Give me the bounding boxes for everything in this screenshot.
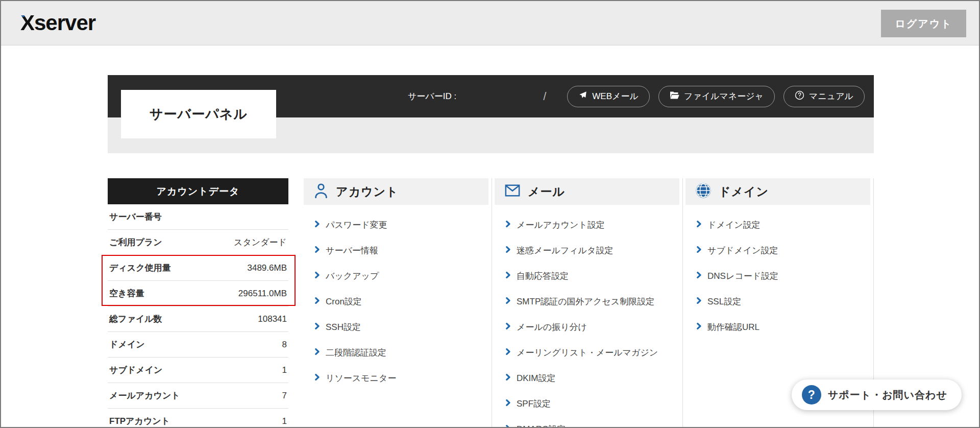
logout-button[interactable]: ログアウト [881,10,966,37]
menu-item[interactable]: 自動応答設定 [495,263,682,289]
menu-item-label: バックアップ [326,270,379,282]
account-data-row-label: ディスク使用量 [109,262,171,274]
account-data-row-value: 7 [282,391,287,401]
chevron-right-icon [506,322,510,332]
xserver-logo-x: X [20,11,34,35]
menu-item[interactable]: サーバー情報 [304,237,492,263]
menu-item-label: SSH設定 [326,321,361,333]
menu-item[interactable]: 動作確認URL [685,314,873,340]
account-data-row-value: 1 [282,365,287,375]
menu-item[interactable]: Cron設定 [304,289,492,314]
server-panel-title-box: サーバーパネル [121,90,276,138]
account-data-row-value: スタンダード [234,236,287,248]
folder-icon [670,91,679,102]
menu-item[interactable]: 二段階認証設定 [304,340,492,365]
account-data-row: サブドメイン 1 [108,358,288,383]
menu-item-label: メールの振り分け [517,321,587,333]
menu-item-label: パスワード変更 [326,219,387,231]
webmail-button-label: WEBメール [592,90,639,102]
server-id-label: サーバーID : [408,90,456,102]
account-data-row-label: メールアカウント [109,390,180,401]
menu-item-label: 自動応答設定 [517,270,569,282]
menu-item[interactable]: DMARC設定 [495,416,682,428]
menu-item-label: DNSレコード設定 [707,270,778,282]
chevron-right-icon [315,347,320,358]
menu-item[interactable]: パスワード変更 [304,212,492,237]
account-data-row-label: サブドメイン [109,364,162,376]
menu-item[interactable]: メーリングリスト・メールマガジン [495,340,682,365]
chevron-right-icon [315,322,320,332]
top-header: Xserver ログアウト [1,1,979,45]
domain-menu-list: ドメイン設定 サブドメイン設定 DNSレコード設定 [685,205,873,340]
menu-item[interactable]: SPF設定 [495,391,682,416]
chevron-right-icon [697,245,701,255]
chevron-right-icon [697,322,701,332]
menu-item[interactable]: メールの振り分け [495,314,682,340]
menu-item-label: メーリングリスト・メールマガジン [517,347,658,359]
menu-item[interactable]: SSH設定 [304,314,492,340]
chevron-right-icon [506,398,510,409]
file-manager-button-label: ファイルマネージャ [684,90,764,102]
banner-divider: / [543,90,546,103]
menu-item[interactable]: サブドメイン設定 [685,237,873,263]
menu-item[interactable]: メールアカウント設定 [495,212,682,237]
webmail-button[interactable]: WEBメール [567,86,650,107]
xserver-logo-rest: server [34,11,95,35]
account-data-row-value: 108341 [258,314,287,324]
menu-item[interactable]: SMTP認証の国外アクセス制限設定 [495,289,682,314]
domain-column-header: ドメイン [685,178,870,205]
chevron-right-icon [315,271,320,281]
account-data-row: ご利用プラン スタンダード [108,230,288,255]
paper-plane-icon [578,90,587,102]
menu-item-label: ドメイン設定 [707,219,761,231]
chevron-right-icon [315,296,320,306]
menu-item[interactable]: 迷惑メールフィルタ設定 [495,237,682,263]
chevron-right-icon [506,424,510,428]
account-data-row-label: FTPアカウント [109,415,170,427]
support-contact-button[interactable]: ? サポート・お問い合わせ [792,379,962,410]
question-circle-icon: ? [802,385,821,405]
menu-item-label: メールアカウント設定 [517,219,605,231]
account-column-header: アカウント [304,178,488,205]
account-data-row-value: 1 [282,416,287,426]
question-circle-icon [795,90,804,103]
menu-item[interactable]: DNSレコード設定 [685,263,873,289]
menu-item[interactable]: バックアップ [304,263,492,289]
menu-item-label: SPF設定 [517,398,551,410]
xserver-logo: Xserver [20,11,95,35]
menu-item-label: Cron設定 [326,296,362,307]
chevron-right-icon [697,271,701,281]
account-data-row: FTPアカウント 1 [108,409,288,428]
server-panel-page: Xserver ログアウト サーバーID : / WEBメール ファイルマネージ… [0,0,980,428]
account-data-row: ドメイン 8 [108,332,288,358]
account-data-row: メールアカウント 7 [108,383,288,409]
menu-item[interactable]: DKIM設定 [495,365,682,391]
mail-column-title: メール [528,184,565,200]
menu-item[interactable]: リソースモニター [304,365,492,391]
chevron-right-icon [315,220,320,230]
account-menu-list: パスワード変更 サーバー情報 バックアップ [304,205,492,391]
menu-item-label: 二段階認証設定 [326,347,386,359]
menu-item-label: SSL設定 [707,296,741,307]
menu-item[interactable]: SSL設定 [685,289,873,314]
account-data-panel: アカウントデータ サーバー番号 ご利用プラン スタンダード ディスク使用量 34… [108,178,288,428]
chevron-right-icon [697,220,701,230]
account-data-row: 空き容量 296511.0MB [108,281,288,306]
mail-column-header: メール [495,178,679,205]
manual-button-label: マニュアル [809,90,853,102]
account-column-title: アカウント [336,184,399,200]
mail-menu-column: メール メールアカウント設定 迷惑メールフィルタ設定 [495,178,683,428]
account-data-row: サーバー番号 [108,204,288,230]
account-data-row: ディスク使用量 3489.6MB [108,255,288,281]
chevron-right-icon [506,373,510,383]
chevron-right-icon [315,245,320,255]
chevron-right-icon [315,373,320,383]
file-manager-button[interactable]: ファイルマネージャ [658,86,775,107]
menu-item-label: DKIM設定 [517,372,556,384]
menu-item[interactable]: ドメイン設定 [685,212,873,237]
account-data-row-value: 3489.6MB [248,263,287,273]
account-data-row-label: サーバー番号 [109,211,162,223]
menu-item-label: SMTP認証の国外アクセス制限設定 [517,296,654,307]
chevron-right-icon [506,296,510,306]
manual-button[interactable]: マニュアル [783,86,865,107]
